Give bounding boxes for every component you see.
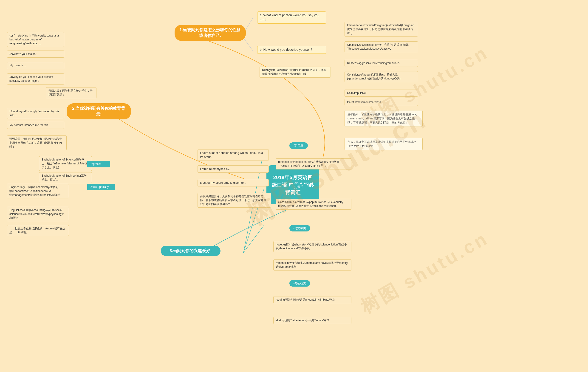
info-restless-text: Restless/aggressive/enterprising/ambitio…: [347, 62, 399, 65]
duang-note: Duang!你可以以用嘴上的相关短语和表达来了，这些都是可以用来形容你的性格的词…: [260, 67, 331, 78]
leaf-world-subjects: ……世界上专业种类那么多，Andrea就不在这里一一列举啦。: [7, 225, 69, 236]
tip-box-1: 温馨提示：尽量使用积极的词汇，而且也要避免使用cute, clever, sma…: [345, 110, 423, 127]
leaf-engineering-subjects: Engineering/工程学/biochemistry/生物化学/Econom…: [7, 184, 69, 198]
branch1-label: 1.当被问到你是怎么形容你的性格 或者你自己:: [179, 28, 241, 38]
tip-2-text: 那么，你确定不试试用这些词汇来描述你自己的性格吗？Let's take it f…: [347, 140, 416, 148]
question-b: b: How would you describe yourself?: [257, 46, 326, 54]
info-restless: Restless/aggressive/enterprising/ambitio…: [345, 60, 418, 67]
leaf-why-specialty: (3)Why do you choose your present specia…: [7, 73, 64, 84]
leaf-film-types: romance film/affectional film/言情片/story …: [276, 158, 351, 169]
question-a: a: What kind of person would you say you…: [257, 11, 326, 24]
sub-branch-film: (1)电影: [289, 142, 308, 149]
info-considerate: Considerate/thoughtful(体贴的、善解人意的);unders…: [345, 71, 418, 82]
leaf-major-q: (2)What's your major?: [7, 51, 64, 58]
watermark2: 树图 shutu.cn: [356, 226, 493, 320]
leaf-hobbies-note: 而说到兴趣爱好，大多数同学都是喜欢空闲时看看电影，看下书或者听听音乐或者运动一下…: [198, 193, 271, 207]
info-optimistic: Optimistic/pessimistic(好一对"乐观"与"悲观"的姐妹花)…: [345, 41, 418, 52]
leaf-spare-time: Most of my spare time is given to...: [198, 179, 269, 186]
leaf-cet-note: 考四六级的同学都是在校大学生，所以回答就是：: [46, 87, 96, 98]
sub-branch-sports: (4)运动类: [289, 280, 310, 287]
info-careful-text: Careful/meticulous/careless: [347, 101, 381, 104]
leaf-novel-types: novel/长篇小说/short story/短篇小说/science fict…: [273, 241, 351, 252]
leaf-specialty-label: One's Specialty:: [87, 184, 115, 190]
branch2-node: 2.当你被问到有关你的教育背景:: [67, 103, 131, 119]
leaf-novel-types2: romantic novel/言情小说/martial arts novel/武…: [273, 259, 351, 270]
leaf-music-types: classical music/古典音乐/pop music/流行音乐/coun…: [276, 199, 351, 210]
leaf-sports2: skating/溜冰/table tennis/乒乓球/tennis/网球: [273, 317, 351, 324]
leaf-linguistics: Linguistics/语言学/accounting/会计学/social sc…: [7, 207, 69, 221]
info-introverted: Introverted/extroverted/outgoing(extrove…: [345, 22, 418, 37]
tip-1-text: 温馨提示：尽量使用积极的词汇，而且也要避免使用cute, clever, sma…: [347, 113, 417, 124]
info-calm: Calm/impulsive;: [345, 90, 418, 97]
branch3-node: 3.当问到你的兴趣爱好:: [161, 246, 220, 256]
sub-branch-literature: (3)文学类: [289, 225, 310, 231]
leaf-relax: I often relax myself by...: [198, 165, 269, 173]
branch3-label: 3.当问到你的兴趣爱好:: [169, 248, 211, 253]
branch1-node: 1.当被问到你是怎么形容你的性格 或者你自己:: [175, 25, 246, 41]
leaf-bs-science: Bachelor/Master of Science(理学学士、硕士)\nBac…: [39, 156, 92, 171]
leaf-major-a: My major is...: [7, 62, 64, 69]
leaf-degrees-label: Degrees:: [87, 161, 110, 167]
leaf-hobbies: I have a lot of hobbies among which I fi…: [198, 149, 269, 161]
tip-box-2: 那么，你确定不试试用这些词汇来描述你自己的性格吗？Let's take it f…: [345, 138, 423, 150]
svg-line-1: [243, 38, 253, 51]
question-b-text: b: How would you describe yourself?: [260, 48, 312, 52]
info-introverted-text: Introverted/extroverted/outgoing(extrove…: [347, 24, 414, 35]
leaf-parents: My parents intended me for this...: [7, 122, 64, 129]
leaf-bs-engineering: Bachelor/Master of Engineering(工学学士、硕士).…: [39, 172, 92, 183]
info-careful: Careful/meticulous/careless: [345, 99, 418, 106]
leaf-studying: (1) I'm studying in **University towards…: [7, 32, 64, 47]
leaf-sports1: jogging/慢跑/hiking/远足/mountain-climbing/登…: [273, 296, 351, 303]
info-calm-text: Calm/impulsive;: [347, 91, 367, 95]
info-considerate-text: Considerate/thoughtful(体贴的、善解人意的);unders…: [347, 73, 400, 80]
sub-branch-music: (2)音乐: [289, 184, 308, 190]
leaf-think-note: 说到这里，你们可要想想和自己的学校和专业用英文是怎么说的？这是可以提前准备的哦！: [7, 135, 67, 150]
question-a-text: a: What kind of person would you say you…: [260, 13, 319, 21]
branch2-label: 2.当你被问到有关你的教育背景:: [72, 106, 125, 116]
leaf-fascinated: I found myself strongly fascinated by th…: [7, 108, 64, 119]
svg-line-6: [243, 225, 264, 253]
info-optimistic-text: Optimistic/pessimistic(好一对"乐观"与"悲观"的姐妹花)…: [347, 43, 409, 50]
